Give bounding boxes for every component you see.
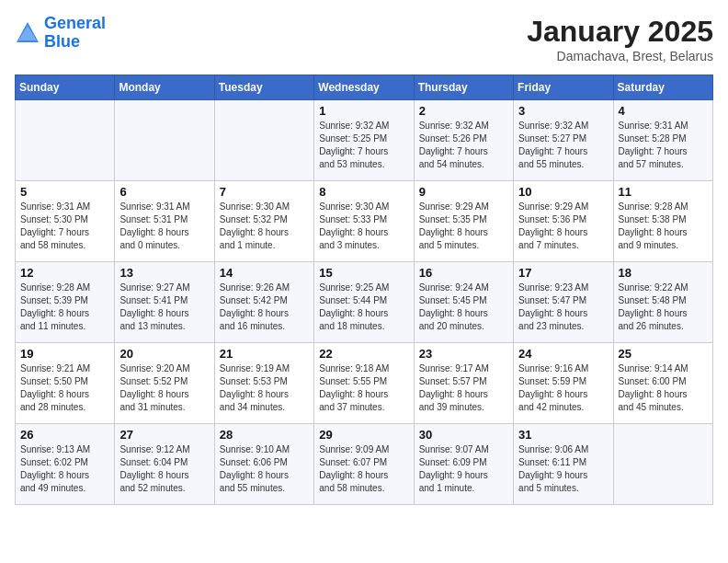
calendar-cell: 1Sunrise: 9:32 AM Sunset: 5:25 PM Daylig… [314, 100, 414, 181]
day-number: 21 [220, 347, 309, 361]
title-block: January 2025 Damachava, Brest, Belarus [527, 15, 713, 63]
day-info: Sunrise: 9:21 AM Sunset: 5:50 PM Dayligh… [20, 362, 109, 414]
calendar-week-row: 12Sunrise: 9:28 AM Sunset: 5:39 PM Dayli… [16, 262, 713, 343]
day-number: 6 [119, 185, 209, 199]
day-number: 3 [518, 104, 608, 118]
calendar-week-row: 26Sunrise: 9:13 AM Sunset: 6:02 PM Dayli… [16, 424, 713, 505]
calendar-cell: 14Sunrise: 9:26 AM Sunset: 5:42 PM Dayli… [214, 262, 313, 343]
day-number: 8 [319, 185, 408, 199]
calendar-cell: 25Sunrise: 9:14 AM Sunset: 6:00 PM Dayli… [613, 343, 712, 424]
calendar-cell: 21Sunrise: 9:19 AM Sunset: 5:53 PM Dayli… [214, 343, 313, 424]
calendar-cell: 10Sunrise: 9:29 AM Sunset: 5:36 PM Dayli… [514, 181, 613, 262]
calendar-body: 1Sunrise: 9:32 AM Sunset: 5:25 PM Daylig… [16, 100, 713, 505]
calendar-cell: 15Sunrise: 9:25 AM Sunset: 5:44 PM Dayli… [314, 262, 414, 343]
calendar-week-row: 19Sunrise: 9:21 AM Sunset: 5:50 PM Dayli… [16, 343, 713, 424]
day-number: 26 [20, 428, 109, 442]
day-info: Sunrise: 9:19 AM Sunset: 5:53 PM Dayligh… [220, 362, 309, 414]
day-number: 7 [220, 185, 309, 199]
day-number: 30 [419, 428, 508, 442]
calendar-cell: 13Sunrise: 9:27 AM Sunset: 5:41 PM Dayli… [115, 262, 214, 343]
weekday-header: Sunday [16, 75, 115, 100]
day-info: Sunrise: 9:13 AM Sunset: 6:02 PM Dayligh… [20, 443, 109, 495]
calendar-cell: 27Sunrise: 9:12 AM Sunset: 6:04 PM Dayli… [115, 424, 214, 505]
day-info: Sunrise: 9:28 AM Sunset: 5:39 PM Dayligh… [20, 282, 109, 333]
day-number: 5 [20, 185, 109, 199]
day-info: Sunrise: 9:23 AM Sunset: 5:47 PM Dayligh… [518, 282, 608, 333]
weekday-header: Friday [514, 75, 613, 100]
month-title: January 2025 [527, 15, 713, 49]
day-info: Sunrise: 9:16 AM Sunset: 5:59 PM Dayligh… [518, 362, 608, 414]
calendar-cell: 9Sunrise: 9:29 AM Sunset: 5:35 PM Daylig… [414, 181, 513, 262]
day-number: 19 [20, 347, 109, 361]
location-subtitle: Damachava, Brest, Belarus [527, 49, 713, 63]
day-number: 31 [518, 428, 608, 442]
calendar-cell: 7Sunrise: 9:30 AM Sunset: 5:32 PM Daylig… [214, 181, 313, 262]
calendar-cell: 28Sunrise: 9:10 AM Sunset: 6:06 PM Dayli… [214, 424, 313, 505]
calendar-cell: 18Sunrise: 9:22 AM Sunset: 5:48 PM Dayli… [613, 262, 712, 343]
calendar-cell: 19Sunrise: 9:21 AM Sunset: 5:50 PM Dayli… [16, 343, 115, 424]
calendar-cell: 23Sunrise: 9:17 AM Sunset: 5:57 PM Dayli… [414, 343, 513, 424]
day-number: 1 [319, 104, 408, 118]
day-info: Sunrise: 9:31 AM Sunset: 5:28 PM Dayligh… [619, 120, 708, 171]
day-number: 24 [518, 347, 608, 361]
day-info: Sunrise: 9:26 AM Sunset: 5:42 PM Dayligh… [220, 282, 309, 333]
page-header: General Blue January 2025 Damachava, Bre… [15, 15, 713, 63]
calendar-cell [613, 424, 712, 505]
day-info: Sunrise: 9:29 AM Sunset: 5:35 PM Dayligh… [419, 201, 508, 252]
day-info: Sunrise: 9:10 AM Sunset: 6:06 PM Dayligh… [220, 443, 309, 495]
weekday-header: Wednesday [314, 75, 414, 100]
day-number: 28 [220, 428, 309, 442]
calendar-cell: 16Sunrise: 9:24 AM Sunset: 5:45 PM Dayli… [414, 262, 513, 343]
day-number: 17 [518, 266, 608, 280]
day-info: Sunrise: 9:30 AM Sunset: 5:33 PM Dayligh… [319, 201, 408, 252]
day-number: 2 [419, 104, 508, 118]
day-info: Sunrise: 9:32 AM Sunset: 5:26 PM Dayligh… [419, 120, 508, 171]
calendar-week-row: 1Sunrise: 9:32 AM Sunset: 5:25 PM Daylig… [16, 100, 713, 181]
calendar-cell: 6Sunrise: 9:31 AM Sunset: 5:31 PM Daylig… [115, 181, 214, 262]
calendar-cell: 29Sunrise: 9:09 AM Sunset: 6:07 PM Dayli… [314, 424, 414, 505]
day-info: Sunrise: 9:27 AM Sunset: 5:41 PM Dayligh… [119, 282, 209, 333]
calendar-cell [115, 100, 214, 181]
day-number: 23 [419, 347, 508, 361]
day-number: 27 [119, 428, 209, 442]
calendar-cell: 5Sunrise: 9:31 AM Sunset: 5:30 PM Daylig… [16, 181, 115, 262]
day-number: 29 [319, 428, 408, 442]
logo: General Blue [15, 15, 106, 52]
calendar-cell: 11Sunrise: 9:28 AM Sunset: 5:38 PM Dayli… [613, 181, 712, 262]
calendar-cell: 22Sunrise: 9:18 AM Sunset: 5:55 PM Dayli… [314, 343, 414, 424]
day-number: 22 [319, 347, 408, 361]
day-number: 18 [619, 266, 708, 280]
day-number: 15 [319, 266, 408, 280]
day-info: Sunrise: 9:06 AM Sunset: 6:11 PM Dayligh… [518, 443, 608, 495]
day-info: Sunrise: 9:30 AM Sunset: 5:32 PM Dayligh… [220, 201, 309, 252]
day-info: Sunrise: 9:32 AM Sunset: 5:27 PM Dayligh… [518, 120, 608, 171]
calendar-cell: 31Sunrise: 9:06 AM Sunset: 6:11 PM Dayli… [514, 424, 613, 505]
day-info: Sunrise: 9:32 AM Sunset: 5:25 PM Dayligh… [319, 120, 408, 171]
logo-text: General Blue [44, 15, 106, 52]
calendar-cell: 30Sunrise: 9:07 AM Sunset: 6:09 PM Dayli… [414, 424, 513, 505]
svg-marker-1 [18, 26, 37, 40]
calendar-cell: 20Sunrise: 9:20 AM Sunset: 5:52 PM Dayli… [115, 343, 214, 424]
calendar-week-row: 5Sunrise: 9:31 AM Sunset: 5:30 PM Daylig… [16, 181, 713, 262]
weekday-header: Thursday [414, 75, 513, 100]
day-info: Sunrise: 9:14 AM Sunset: 6:00 PM Dayligh… [619, 362, 708, 414]
weekday-header: Tuesday [214, 75, 313, 100]
calendar-table: SundayMondayTuesdayWednesdayThursdayFrid… [15, 75, 713, 505]
day-info: Sunrise: 9:07 AM Sunset: 6:09 PM Dayligh… [419, 443, 508, 495]
calendar-cell: 26Sunrise: 9:13 AM Sunset: 6:02 PM Dayli… [16, 424, 115, 505]
day-number: 4 [619, 104, 708, 118]
day-info: Sunrise: 9:24 AM Sunset: 5:45 PM Dayligh… [419, 282, 508, 333]
weekday-header: Monday [115, 75, 214, 100]
day-number: 16 [419, 266, 508, 280]
day-info: Sunrise: 9:25 AM Sunset: 5:44 PM Dayligh… [319, 282, 408, 333]
day-number: 10 [518, 185, 608, 199]
weekday-header: Saturday [613, 75, 712, 100]
day-info: Sunrise: 9:28 AM Sunset: 5:38 PM Dayligh… [619, 201, 708, 252]
day-info: Sunrise: 9:31 AM Sunset: 5:30 PM Dayligh… [20, 201, 109, 252]
calendar-cell [214, 100, 313, 181]
day-number: 11 [619, 185, 708, 199]
calendar-cell: 24Sunrise: 9:16 AM Sunset: 5:59 PM Dayli… [514, 343, 613, 424]
day-number: 12 [20, 266, 109, 280]
day-number: 25 [619, 347, 708, 361]
logo-icon [15, 20, 40, 46]
